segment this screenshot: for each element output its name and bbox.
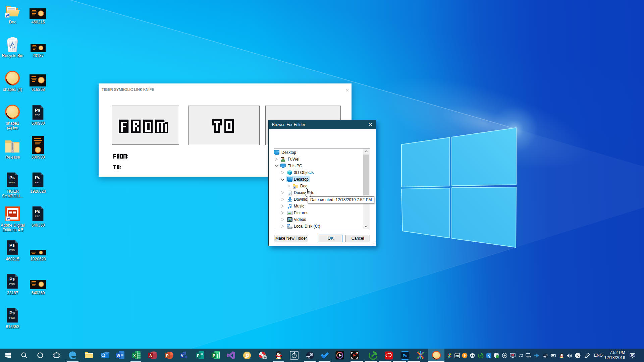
svg-text:Ps: Ps bbox=[9, 310, 15, 315]
svg-text:PSD: PSD bbox=[35, 114, 41, 117]
svg-text:P: P bbox=[213, 354, 215, 358]
svg-text:PSD: PSD bbox=[9, 181, 15, 184]
svg-text:PSD: PSD bbox=[35, 181, 41, 184]
svg-text:Ps: Ps bbox=[9, 175, 15, 180]
svg-text:Ps: Ps bbox=[35, 108, 40, 113]
svg-text:PSD: PSD bbox=[9, 283, 15, 286]
svg-text:P: P bbox=[166, 354, 168, 358]
svg-text:Ps: Ps bbox=[35, 209, 40, 214]
svg-text:Ps: Ps bbox=[9, 277, 15, 282]
svg-text:Ps: Ps bbox=[35, 175, 40, 180]
svg-text:PSD: PSD bbox=[9, 249, 15, 252]
svg-text:Ps: Ps bbox=[402, 354, 407, 358]
svg-text:V: V bbox=[181, 354, 183, 358]
svg-text:PSD: PSD bbox=[35, 215, 41, 218]
svg-text:SB: SB bbox=[455, 354, 459, 357]
svg-text:X: X bbox=[133, 354, 136, 358]
svg-text:PSD: PSD bbox=[9, 316, 15, 319]
svg-text:W: W bbox=[116, 354, 120, 358]
svg-text:Ps: Ps bbox=[9, 243, 15, 248]
svg-text:P: P bbox=[197, 354, 199, 358]
svg-text:A: A bbox=[149, 354, 152, 358]
